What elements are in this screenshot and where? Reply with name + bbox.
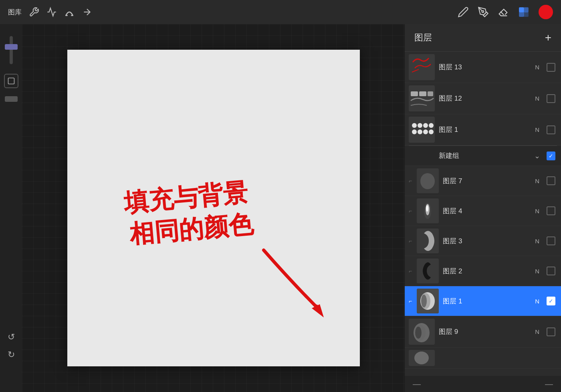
toolbar-right: [458, 5, 553, 19]
layer-mode: N: [535, 64, 539, 71]
checkmark-icon: ✓: [549, 153, 553, 159]
group-visibility-checkbox[interactable]: ✓: [547, 152, 555, 160]
layer-item[interactable]: 图层 12 N: [405, 83, 561, 114]
layer-thumbnail: [409, 85, 435, 111]
layer-item[interactable]: ⌐ 图层 7 N: [405, 166, 561, 196]
layer-thumbnail: [417, 168, 439, 193]
wrench-icon[interactable]: [29, 7, 39, 17]
left-sidebar: ↺ ↻: [0, 24, 22, 392]
layer-mode: N: [535, 238, 539, 244]
curve-icon[interactable]: [64, 7, 75, 17]
layer-mode: N: [535, 95, 539, 102]
layers-header: 图层 +: [405, 24, 561, 52]
svg-point-44: [414, 352, 429, 364]
svg-point-42: [415, 327, 422, 339]
layer-name: 图层 1: [439, 125, 531, 134]
layer-name: 图层 3: [443, 236, 531, 246]
layers-list: 图层 13 N 图层 12 N: [405, 52, 561, 376]
arrow-icon[interactable]: [82, 7, 92, 17]
layer-visibility-checkbox[interactable]: [547, 327, 555, 336]
checkmark-icon: ✓: [549, 298, 553, 304]
footer-right-icon[interactable]: —: [545, 380, 553, 389]
collapse-icon[interactable]: ⌄: [534, 152, 540, 160]
marker-tool-icon[interactable]: [478, 6, 489, 18]
add-layer-button[interactable]: +: [545, 31, 551, 44]
slider-thumb[interactable]: [5, 44, 18, 50]
svg-rect-17: [428, 91, 433, 96]
layer-visibility-checkbox[interactable]: [547, 267, 555, 275]
layer-mode: N: [535, 328, 539, 335]
layer-visibility-checkbox[interactable]: [547, 206, 555, 215]
pen-tool-icon[interactable]: [458, 6, 469, 18]
color-dot[interactable]: [539, 5, 553, 19]
layer-visibility-checkbox[interactable]: [547, 94, 555, 103]
svg-point-25: [423, 129, 428, 134]
redo-button[interactable]: ↻: [8, 350, 15, 360]
svg-rect-34: [417, 259, 439, 283]
svg-point-28: [420, 173, 435, 189]
layer-thumbnail: [417, 198, 439, 223]
svg-point-20: [418, 123, 422, 128]
layers-tool-icon[interactable]: [518, 6, 530, 18]
layer-item-active[interactable]: ⌐ 图层 1 N ✓: [405, 286, 561, 316]
undo-button[interactable]: ↺: [8, 332, 15, 342]
magic-icon[interactable]: [46, 7, 57, 17]
svg-text:填充与背景: 填充与背景: [122, 178, 249, 217]
layer-visibility-checkbox[interactable]: ✓: [547, 297, 555, 305]
layer-item[interactable]: ⌐ 图层 2 N: [405, 256, 561, 286]
svg-point-22: [429, 123, 434, 128]
svg-point-21: [423, 123, 428, 128]
footer-left-icon[interactable]: —: [413, 380, 421, 389]
layer-mode: N: [535, 178, 539, 184]
svg-point-38: [421, 295, 427, 307]
toolbar-left: 图库: [8, 7, 92, 17]
svg-point-24: [418, 129, 422, 134]
layer-item[interactable]: ⌐ 图层 3 N: [405, 226, 561, 256]
layer-item[interactable]: ⌐ 图层 4 N: [405, 196, 561, 226]
layer-item[interactable]: 图层 13 N: [405, 52, 561, 83]
indent-marker: ⌐: [409, 208, 412, 214]
svg-rect-16: [419, 91, 426, 96]
svg-point-23: [412, 129, 417, 134]
layer-visibility-checkbox[interactable]: [547, 63, 555, 72]
gallery-button[interactable]: 图库: [8, 8, 22, 17]
layer-visibility-checkbox[interactable]: [547, 125, 555, 134]
brush-size-slider[interactable]: [10, 36, 13, 64]
layer-mode: N: [535, 298, 539, 305]
selection-tool-icon[interactable]: [4, 74, 18, 88]
layer-item[interactable]: 图层 9 N: [405, 316, 561, 348]
indent-marker: ⌐: [409, 298, 412, 304]
layer-name: 图层 4: [443, 206, 531, 216]
canvas-area[interactable]: 填充与背景 相同的颜色: [22, 24, 405, 392]
svg-rect-8: [8, 78, 14, 84]
layer-thumbnail: [417, 259, 439, 283]
svg-marker-11: [312, 304, 324, 317]
svg-rect-14: [409, 85, 435, 111]
layer-thumbnail: [409, 117, 435, 143]
layer-item[interactable]: [405, 348, 561, 369]
layer-name: 图层 12: [439, 94, 531, 103]
svg-rect-7: [524, 12, 528, 16]
indent-marker: ⌐: [409, 178, 412, 184]
eraser-tool-icon[interactable]: [498, 6, 509, 18]
svg-rect-4: [519, 8, 524, 12]
svg-rect-15: [411, 91, 418, 96]
svg-point-26: [429, 129, 434, 134]
layer-name: 图层 7: [443, 176, 531, 186]
layer-visibility-checkbox[interactable]: [547, 236, 555, 245]
canvas-paper: 填充与背景 相同的颜色: [67, 50, 360, 366]
layer-item[interactable]: 图层 1 N: [405, 114, 561, 145]
layer-thumbnail: [417, 289, 439, 313]
indent-marker: ⌐: [409, 238, 412, 244]
svg-point-3: [482, 11, 484, 13]
annotation-overlay: 填充与背景 相同的颜色: [67, 50, 360, 366]
layer-group-header[interactable]: 新建组 ⌄ ✓: [405, 146, 561, 166]
layers-footer: — —: [405, 376, 561, 392]
svg-point-19: [412, 123, 417, 128]
layer-visibility-checkbox[interactable]: [547, 176, 555, 185]
opacity-slider[interactable]: [5, 96, 18, 102]
svg-rect-6: [519, 12, 524, 16]
top-toolbar: 图库: [0, 0, 561, 24]
indent-marker: ⌐: [409, 268, 412, 274]
group-name: 新建组: [439, 151, 530, 160]
